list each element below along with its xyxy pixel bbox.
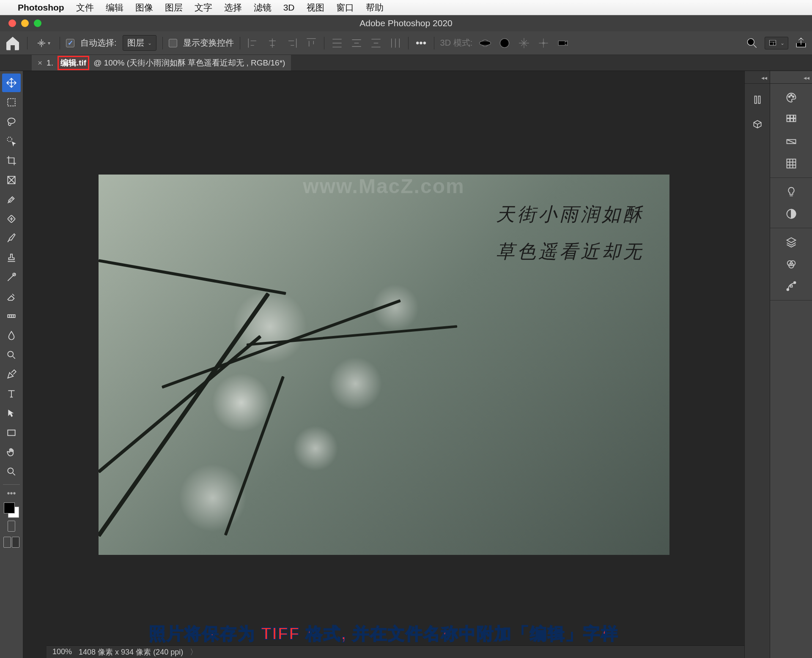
gradient-tool[interactable] — [2, 307, 21, 325]
document-dimensions[interactable]: 1408 像素 x 934 像素 (240 ppi) — [79, 647, 183, 657]
stamp-tool[interactable] — [2, 248, 21, 267]
menu-type[interactable]: 文字 — [195, 2, 212, 14]
distribute-h-icon[interactable] — [389, 36, 402, 50]
traffic-lights — [0, 19, 41, 27]
roll-3d-icon[interactable] — [498, 36, 511, 50]
mode-3d-label: 3D 模式: — [440, 37, 473, 49]
document-canvas[interactable]: www.MacZ.com 天街小雨润如酥 草色遥看近却无 — [99, 175, 669, 555]
camera-3d-icon[interactable] — [556, 36, 570, 50]
poem-line-2: 草色遥看近却无 — [496, 233, 644, 270]
properties-panel-icon[interactable] — [749, 91, 766, 108]
paths-panel-icon[interactable] — [783, 278, 799, 294]
align-hcenter-icon[interactable] — [266, 36, 279, 50]
orbit-3d-icon[interactable] — [478, 36, 492, 50]
menu-file[interactable]: 文件 — [76, 2, 94, 14]
align-right-icon[interactable] — [285, 36, 299, 50]
window-minimize-button[interactable] — [21, 19, 29, 27]
more-options-icon[interactable]: ••• — [414, 36, 428, 50]
align-top-icon[interactable] — [304, 36, 318, 50]
distribute-bottom-icon[interactable] — [369, 36, 383, 50]
frame-tool[interactable] — [2, 171, 21, 189]
brush-tool[interactable] — [2, 229, 21, 248]
svg-rect-4 — [559, 41, 565, 45]
pen-tool[interactable] — [2, 365, 21, 384]
svg-rect-25 — [793, 119, 796, 122]
auto-select-target-dropdown[interactable]: 图层 ⌄ — [123, 35, 156, 51]
align-left-icon[interactable] — [246, 36, 260, 50]
marquee-tool[interactable] — [2, 93, 21, 112]
svg-point-1 — [480, 41, 491, 45]
foreground-color[interactable] — [4, 502, 15, 513]
menu-help[interactable]: 帮助 — [366, 2, 384, 14]
menu-3d[interactable]: 3D — [283, 3, 295, 13]
menu-window[interactable]: 窗口 — [336, 2, 354, 14]
pan-3d-icon[interactable] — [517, 36, 531, 50]
adjustments-panel-icon[interactable] — [783, 206, 799, 222]
healing-brush-tool[interactable] — [2, 210, 21, 228]
history-brush-tool[interactable] — [2, 268, 21, 287]
close-tab-icon[interactable]: × — [38, 58, 42, 68]
workspace-switcher[interactable]: ⌄ — [765, 37, 788, 49]
gradients-panel-icon[interactable] — [783, 134, 799, 150]
expand-dock-icon[interactable]: ◂◂ — [745, 74, 770, 84]
window-titlebar: Adobe Photoshop 2020 — [0, 15, 812, 31]
svg-rect-34 — [790, 285, 792, 287]
patterns-panel-icon[interactable] — [783, 156, 799, 172]
macos-menubar: Photoshop 文件 编辑 图像 图层 文字 选择 滤镜 3D 视图 窗口 … — [0, 0, 812, 15]
svg-rect-27 — [787, 159, 796, 168]
share-icon[interactable] — [794, 36, 808, 50]
path-select-tool[interactable] — [2, 404, 21, 423]
window-zoom-button[interactable] — [34, 19, 41, 27]
color-swatch[interactable] — [4, 502, 19, 518]
menu-select[interactable]: 选择 — [224, 2, 242, 14]
svg-point-19 — [792, 96, 794, 98]
document-tab[interactable]: × 1. 编辑.tif @ 100% (天街小雨润如酥 草色遥看近却无 , RG… — [32, 55, 291, 71]
screenmode-toggle[interactable] — [2, 535, 21, 550]
chevron-right-icon[interactable]: 〉 — [190, 647, 198, 657]
canvas-area[interactable]: www.MacZ.com 天街小雨润如酥 草色遥看近却无 照片将保存为 TIFF… — [23, 71, 744, 658]
menu-filter[interactable]: 滤镜 — [254, 2, 272, 14]
zoom-level[interactable]: 100% — [52, 647, 72, 656]
move-tool[interactable] — [2, 74, 21, 92]
menubar-app-name[interactable]: Photoshop — [18, 3, 64, 13]
svg-point-18 — [790, 94, 792, 96]
menu-image[interactable]: 图像 — [135, 2, 153, 14]
type-tool[interactable] — [2, 385, 21, 403]
distribute-top-icon[interactable] — [330, 36, 344, 50]
chevron-down-icon: ▾ — [48, 40, 50, 46]
quick-select-tool[interactable] — [2, 132, 21, 150]
edit-toolbar-icon[interactable]: ••• — [2, 488, 21, 498]
quickmask-toggle[interactable] — [2, 519, 21, 534]
zoom-tool[interactable] — [2, 462, 21, 481]
window-close-button[interactable] — [8, 19, 16, 27]
divider — [240, 37, 240, 49]
dodge-tool[interactable] — [2, 346, 21, 364]
show-transform-checkbox[interactable] — [169, 39, 177, 47]
svg-rect-6 — [770, 40, 776, 45]
svg-point-3 — [543, 42, 545, 44]
libraries-panel-icon[interactable] — [749, 116, 766, 133]
color-panel-icon[interactable] — [783, 90, 799, 106]
swatches-panel-icon[interactable] — [783, 112, 799, 128]
hand-tool[interactable] — [2, 443, 21, 461]
expand-panels-icon[interactable]: ◂◂ — [770, 74, 812, 84]
menu-view[interactable]: 视图 — [307, 2, 324, 14]
crop-tool[interactable] — [2, 151, 21, 170]
current-tool-indicator[interactable]: ▾ — [33, 38, 54, 48]
layers-panel-icon[interactable] — [783, 234, 799, 250]
menu-edit[interactable]: 编辑 — [106, 2, 123, 14]
distribute-vcenter-icon[interactable] — [350, 36, 363, 50]
rectangle-tool[interactable] — [2, 423, 21, 442]
search-icon[interactable] — [745, 36, 759, 50]
channels-panel-icon[interactable] — [783, 256, 799, 272]
slide-3d-icon[interactable] — [537, 36, 550, 50]
menu-layer[interactable]: 图层 — [165, 2, 183, 14]
learn-panel-icon[interactable] — [783, 184, 799, 200]
divider — [162, 37, 163, 49]
lasso-tool[interactable] — [2, 112, 21, 131]
eyedropper-tool[interactable] — [2, 190, 21, 209]
home-button[interactable] — [4, 35, 21, 52]
auto-select-checkbox[interactable] — [66, 39, 74, 47]
eraser-tool[interactable] — [2, 287, 21, 306]
blur-tool[interactable] — [2, 326, 21, 345]
